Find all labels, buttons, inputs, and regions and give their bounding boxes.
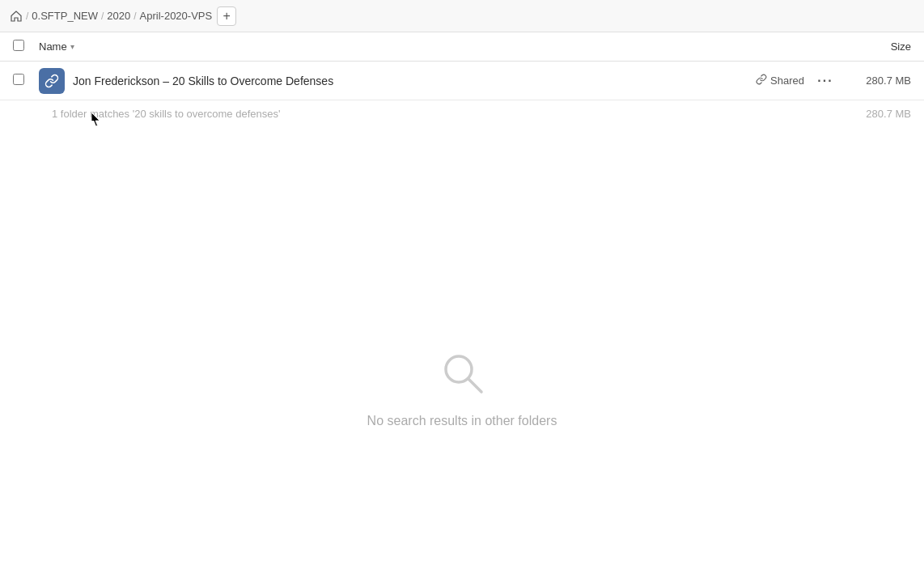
breadcrumb-sftp-new[interactable]: 0.SFTP_NEW [32,10,98,22]
main-content: Name ▾ Size Jon Frederickson – 20 Skills… [0,32,924,583]
folder-icon [39,68,65,94]
separator-3: / [134,11,136,22]
results-count-size: 280.7 MB [846,108,911,120]
shared-area: Shared [756,74,804,87]
file-checkbox-area[interactable] [13,74,32,87]
name-column-header[interactable]: Name ▾ [39,40,830,53]
column-header-row: Name ▾ Size [0,32,924,62]
separator-1: / [26,11,28,22]
add-tab-button[interactable]: + [217,6,236,26]
more-options-icon: ··· [817,74,833,88]
no-results-search-icon [436,347,488,401]
sort-chevron-icon: ▾ [70,42,74,51]
no-results-area: No search results in other folders [0,126,924,583]
home-breadcrumb[interactable] [10,10,23,23]
svg-line-1 [468,379,481,392]
file-size: 280.7 MB [846,74,911,87]
file-row[interactable]: Jon Frederickson – 20 Skills to Overcome… [0,62,924,100]
breadcrumb-april-vps[interactable]: April-2020-VPS [140,10,213,22]
separator-2: / [101,11,104,22]
more-options-button[interactable]: ··· [814,70,837,92]
shared-label: Shared [770,74,804,87]
file-name: Jon Frederickson – 20 Skills to Overcome… [73,74,756,87]
results-count-row: 1 folder matches '20 skills to overcome … [0,100,924,126]
results-count-text: 1 folder matches '20 skills to overcome … [52,108,846,120]
breadcrumb-bar: / 0.SFTP_NEW / 2020 / April-2020-VPS + [0,0,924,32]
file-checkbox[interactable] [13,74,24,85]
size-column-header[interactable]: Size [830,40,911,53]
select-all-checkbox-area[interactable] [13,40,32,53]
no-results-text: No search results in other folders [367,414,557,428]
select-all-checkbox[interactable] [13,40,24,51]
breadcrumb-2020[interactable]: 2020 [107,10,130,22]
name-header-label: Name [39,40,67,53]
link-icon [756,74,767,87]
